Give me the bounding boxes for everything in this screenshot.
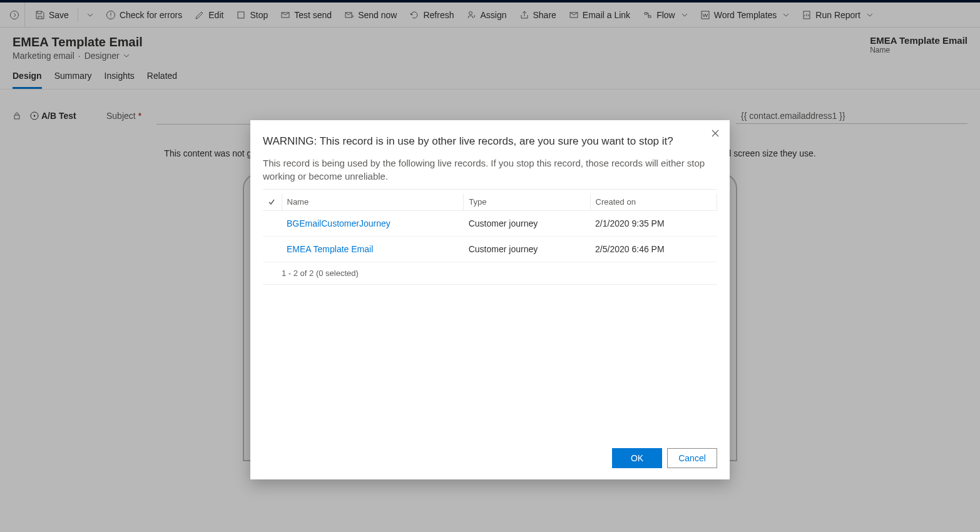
close-icon	[711, 129, 720, 138]
row-type: Customer journey	[464, 237, 590, 262]
cancel-button[interactable]: Cancel	[667, 448, 717, 468]
col-name[interactable]: Name	[282, 193, 464, 211]
check-icon	[268, 198, 275, 206]
row-name: EMEA Template Email	[282, 237, 464, 262]
dialog-description: This record is being used by the followi…	[263, 156, 717, 190]
row-checkbox[interactable]	[263, 237, 282, 262]
row-checkbox[interactable]	[263, 211, 282, 237]
ok-button[interactable]: OK	[612, 448, 662, 468]
row-created: 2/1/2020 9:35 PM	[590, 211, 717, 237]
record-link[interactable]: BGEmailCustomerJourney	[287, 218, 390, 228]
table-row[interactable]: EMEA Template EmailCustomer journey2/5/2…	[263, 237, 717, 262]
col-type[interactable]: Type	[464, 193, 590, 211]
modal-overlay: WARNING: This record is in use by other …	[0, 0, 980, 532]
table-row[interactable]: BGEmailCustomerJourneyCustomer journey2/…	[263, 211, 717, 237]
row-type: Customer journey	[464, 211, 590, 237]
dialog-records-table: Name Type Created on BGEmailCustomerJour…	[263, 193, 717, 262]
dialog-title: WARNING: This record is in use by other …	[263, 135, 717, 148]
record-link[interactable]: EMEA Template Email	[287, 244, 373, 254]
dialog-pager: 1 - 2 of 2 (0 selected)	[263, 262, 717, 285]
col-created[interactable]: Created on	[590, 193, 717, 211]
dialog-close-button[interactable]	[711, 129, 720, 138]
row-name: BGEmailCustomerJourney	[282, 211, 464, 237]
warning-dialog: WARNING: This record is in use by other …	[250, 120, 730, 479]
col-checkbox[interactable]	[263, 193, 282, 211]
row-created: 2/5/2020 6:46 PM	[590, 237, 717, 262]
